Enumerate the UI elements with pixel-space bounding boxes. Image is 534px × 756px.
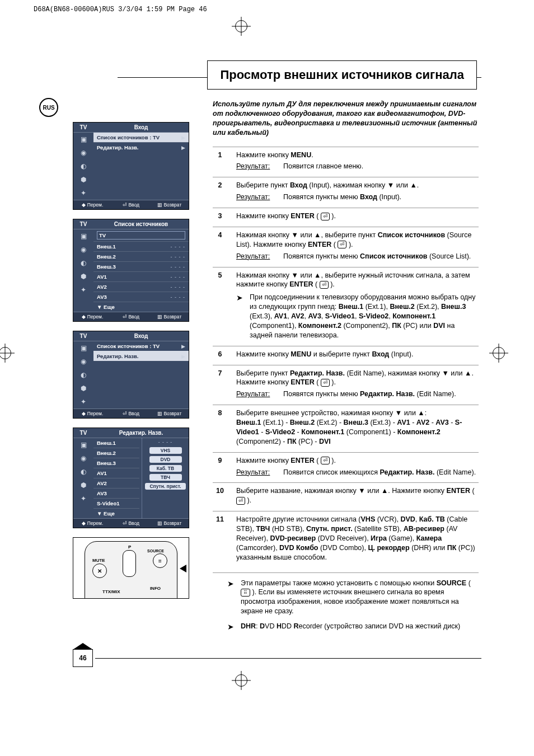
registration-mark bbox=[235, 20, 247, 32]
step: 3Нажмите кнопку ENTER ( ⏎ ). bbox=[213, 208, 479, 227]
step: 2Выберите пункт Вход (Input), нажимая кн… bbox=[213, 177, 479, 208]
registration-mark bbox=[0, 347, 11, 359]
print-slug: D68A(BN68-00600A)RUS 3/3/04 1:59 PM Page… bbox=[34, 6, 207, 13]
registration-mark bbox=[493, 347, 505, 359]
language-badge: RUS bbox=[39, 98, 58, 117]
osd-panel: TVСписок источников▣◉◐⬢✦TVВнеш.1- - - -В… bbox=[73, 219, 189, 322]
step: 6Нажмите кнопку MENU и выберите пункт Вх… bbox=[213, 346, 479, 365]
osd-column: TVВход▣◉◐⬢✦Список источников : TV▶Редакт… bbox=[73, 122, 189, 599]
instructions: Используйте пульт ДУ для переключения ме… bbox=[213, 100, 479, 632]
footer-rule bbox=[95, 658, 481, 659]
footnote: ➤Эти параметры также можно установить с … bbox=[227, 579, 479, 617]
footnote: ➤DHR: DVD HDD Recorder (устройство запис… bbox=[227, 622, 479, 632]
step: 5Нажимая кнопку ▼ или ▲, выберите нужный… bbox=[213, 267, 479, 346]
step: 10Выберите название, нажимая кнопку ▼ ил… bbox=[213, 482, 479, 511]
step: 9Нажмите кнопку ENTER ( ⏎ ).Результат:По… bbox=[213, 452, 479, 483]
osd-panel: TVРедактир. Назв.▣◉◐⬢✦Внеш.1Внеш.2Внеш.3… bbox=[73, 428, 189, 528]
step: 4Нажимая кнопку ▼ или ▲, выберите пункт … bbox=[213, 227, 479, 267]
step: 7Выберите пункт Редактир. Назв. (Edit Na… bbox=[213, 365, 479, 405]
osd-panel: TVВход▣◉◐⬢✦Список источников : TV▶Редакт… bbox=[73, 331, 189, 419]
intro-text: Используйте пульт ДУ для переключения ме… bbox=[213, 100, 479, 138]
page-title: Просмотр внешних источников сигнала bbox=[207, 60, 477, 90]
step: 8Выберите внешнее устройство, нажимая кн… bbox=[213, 405, 479, 452]
step: 1Нажмите кнопку MENU.Результат:Появится … bbox=[213, 147, 479, 177]
osd-panel: TVВход▣◉◐⬢✦Список источников : TV▶Редакт… bbox=[73, 122, 189, 210]
registration-mark bbox=[235, 674, 247, 687]
remote-illustration: MUTE ✕ P SOURCE ≡ TTX/MIX INFO bbox=[73, 537, 189, 599]
step: 11Настройте другие источники сигнала (VH… bbox=[213, 511, 479, 567]
page-number: 46 bbox=[73, 649, 93, 667]
page-title-row: Просмотр внешних источников сигнала bbox=[118, 60, 481, 90]
